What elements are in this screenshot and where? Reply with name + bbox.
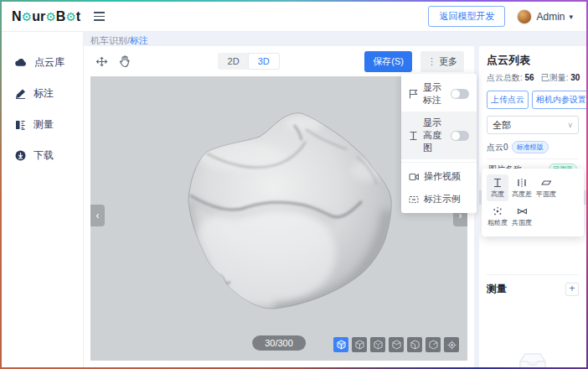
move-tool-button[interactable]: [94, 54, 109, 69]
tool-height[interactable]: 高度: [487, 174, 508, 201]
cube-icon: [429, 340, 438, 350]
upload-pointcloud-button[interactable]: 上传点云: [487, 91, 529, 109]
pointcloud-panel: 点云列表 点云总数: 56 已测量: 30 上传点云 相机内参设置 全部 ∨: [479, 46, 586, 367]
menu-item-tutorial-video[interactable]: 操作视频: [401, 165, 477, 188]
pointcloud-group[interactable]: 点云0 标准模版: [487, 141, 579, 159]
view-top-button[interactable]: [426, 337, 441, 352]
mode-2d-button[interactable]: 2D: [219, 54, 249, 69]
viewer-toolbar: 2D 3D 保存(S) ⋮更多 显示标注: [84, 46, 474, 76]
cube-icon: [392, 340, 401, 350]
chevron-down-icon: ∨: [567, 121, 573, 129]
menu-divider: [401, 162, 477, 163]
filter-value: 全部: [493, 119, 511, 132]
sidebar-item-label: 点云库: [34, 55, 64, 70]
panel-actions: 上传点云 相机内参设置: [487, 91, 579, 109]
height-icon: [409, 131, 418, 141]
tool-flatness[interactable]: 平面度: [535, 174, 557, 201]
sidebar-item-pointcloud-library[interactable]: 点云库: [2, 47, 83, 78]
template-tag: 标准模版: [512, 141, 549, 153]
locate-icon: [447, 340, 456, 350]
logo: N⚙ur⚙B⚙t: [2, 9, 84, 24]
tool-coplanarity[interactable]: 共面度: [511, 203, 533, 230]
flatness-icon: [541, 178, 552, 188]
measure-title: 测量: [487, 282, 507, 296]
more-button[interactable]: ⋮更多: [420, 51, 464, 72]
cube-icon: [410, 340, 420, 350]
user-menu[interactable]: Admin ▾: [517, 9, 573, 24]
pan-tool-button[interactable]: [117, 54, 132, 69]
back-to-model-dev-button[interactable]: 返回模型开发: [428, 6, 505, 27]
measure-section-header: 测量 +: [487, 274, 579, 296]
pointcloud-counts: 点云总数: 56 已测量: 30: [487, 72, 579, 84]
main-content: 机车识别/标注 2D 3D: [84, 32, 586, 367]
user-name: Admin: [536, 11, 565, 23]
more-dropdown-menu: 显示标注 显示高度图 操作视频: [401, 74, 477, 213]
cube-icon: [355, 340, 364, 350]
view-iso-button[interactable]: [333, 337, 348, 352]
view-left-button[interactable]: [389, 337, 404, 352]
sidebar-item-label: 测量: [34, 117, 54, 132]
measure-empty-state: 暂无测量: [487, 348, 579, 367]
save-button[interactable]: 保存(S): [364, 51, 412, 72]
coplanarity-icon: [517, 206, 528, 216]
view-right-button[interactable]: [407, 337, 422, 352]
view-orientation-buttons: [333, 337, 459, 352]
sidebar-item-measure[interactable]: 测量: [2, 109, 83, 140]
tool-grid: 高度 高度差 平面度: [487, 174, 579, 230]
panel-title: 点云列表: [487, 53, 579, 68]
total-count: 56: [525, 73, 534, 82]
content-row: 2D 3D 保存(S) ⋮更多 显示标注: [84, 46, 586, 367]
sidebar: 点云库 标注 测量 下载: [2, 32, 84, 367]
app-body: 点云库 标注 测量 下载 机车识别/标注: [2, 32, 586, 367]
toggle-switch[interactable]: [451, 131, 469, 141]
sidebar-item-label: 下载: [34, 148, 54, 163]
breadcrumb: 机车识别/标注: [84, 32, 586, 46]
menu-item-annotation-example[interactable]: 标注示例: [401, 188, 477, 210]
gear-icon: ⚙: [22, 10, 33, 23]
pen-icon: [15, 89, 26, 99]
menu-item-show-heightmap[interactable]: 显示高度图: [401, 112, 477, 159]
menu-item-show-annotations[interactable]: 显示标注: [401, 76, 477, 112]
view-front-button[interactable]: [352, 337, 367, 352]
dots-vertical-icon: ⋮: [427, 56, 436, 67]
cloud-icon: [15, 58, 27, 67]
gear-icon: ⚙: [45, 10, 56, 23]
image-counter: 30/300: [252, 335, 306, 351]
dimension-toggle: 2D 3D: [218, 53, 280, 70]
flag-icon: [409, 89, 418, 99]
add-measure-button[interactable]: +: [565, 283, 579, 296]
tool-roughness[interactable]: 粗糙度: [487, 203, 508, 230]
reset-view-button[interactable]: [444, 337, 459, 352]
height-tool-icon: [493, 178, 503, 188]
tool-height-diff[interactable]: 高度差: [511, 174, 533, 201]
menu-fold-icon[interactable]: [94, 12, 105, 21]
toggle-switch[interactable]: [451, 89, 469, 99]
gear-icon: ⚙: [65, 10, 76, 23]
view-back-button[interactable]: [370, 337, 385, 352]
video-icon: [409, 173, 419, 181]
roughness-icon: [493, 206, 503, 216]
empty-tray-icon: [513, 348, 552, 367]
breadcrumb-current: 标注: [130, 35, 148, 45]
pointcloud-name: 点云0: [487, 142, 508, 153]
height-diff-icon: [517, 178, 527, 188]
cube-icon: [374, 340, 383, 350]
chevron-down-icon: ▾: [569, 13, 573, 21]
measured-count: 30: [570, 73, 580, 82]
filter-select[interactable]: 全部 ∨: [487, 116, 579, 134]
logo-text: N⚙ur⚙B⚙t: [12, 9, 80, 24]
sidebar-item-download[interactable]: 下载: [2, 140, 83, 171]
camera-intrinsics-button[interactable]: 相机内参设置: [532, 91, 586, 109]
mode-3d-button[interactable]: 3D: [249, 54, 279, 69]
prev-image-button[interactable]: ‹: [90, 205, 105, 226]
sidebar-item-annotate[interactable]: 标注: [2, 78, 83, 109]
measure-tools-popover: 高度 高度差 平面度: [482, 169, 584, 236]
sidebar-item-label: 标注: [34, 86, 54, 101]
avatar: [517, 9, 532, 24]
header-right: 返回模型开发 Admin ▾: [428, 6, 586, 27]
cube-icon: [337, 340, 346, 350]
app-frame: N⚙ur⚙B⚙t 返回模型开发 Admin ▾ 点云库 标注 测: [0, 0, 588, 369]
neurobot-app: N⚙ur⚙B⚙t 返回模型开发 Admin ▾ 点云库 标注 测: [2, 2, 586, 367]
breadcrumb-parent[interactable]: 机车识别: [90, 35, 127, 45]
ruler-icon: [15, 120, 26, 130]
